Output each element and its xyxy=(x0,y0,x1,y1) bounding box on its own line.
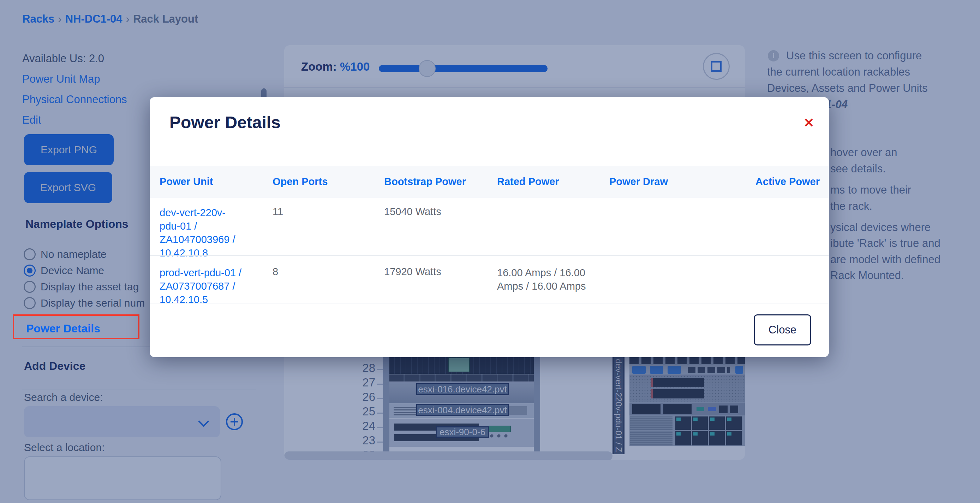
rated-power-value: 16.00 Amps / 16.00 Amps / 16.00 Amps xyxy=(497,266,606,293)
bootstrap-power-value: 17920 Watts xyxy=(384,266,441,278)
modal-title: Power Details xyxy=(169,113,281,132)
power-details-highlight-box: Power Details xyxy=(13,315,140,339)
column-header: Bootstrap Power xyxy=(384,176,466,188)
table-row: dev-vert-220v- pdu-01 / ZA1047003969 / 1… xyxy=(150,198,829,255)
power-unit-link[interactable]: prod-vert-pdu-01 / ZA0737007687 / 10.42.… xyxy=(159,266,266,306)
open-ports-value: 8 xyxy=(272,266,278,278)
column-header: Open Ports xyxy=(272,176,328,188)
close-button[interactable]: Close xyxy=(754,315,811,345)
rack-layout-page: Racks›NH-DC1-04›Rack Layout Available Us… xyxy=(0,0,980,503)
bootstrap-power-value: 15040 Watts xyxy=(384,206,441,217)
row-divider xyxy=(150,303,829,303)
power-details-link[interactable]: Power Details xyxy=(26,322,100,335)
table-row: prod-vert-pdu-01 / ZA0737007687 / 10.42.… xyxy=(150,256,829,303)
column-header: Rated Power xyxy=(497,176,559,188)
table-header-row: Power Unit Open Ports Bootstrap Power Ra… xyxy=(150,166,829,198)
power-unit-link[interactable]: dev-vert-220v- pdu-01 / ZA1047003969 / 1… xyxy=(159,206,266,260)
power-details-modal: Power Details ✕ Power Unit Open Ports Bo… xyxy=(150,97,829,357)
close-icon[interactable]: ✕ xyxy=(803,115,814,130)
column-header: Active Power xyxy=(756,176,820,188)
open-ports-value: 11 xyxy=(272,206,283,217)
column-header: Power Unit xyxy=(159,176,213,188)
column-header: Power Draw xyxy=(609,176,668,188)
